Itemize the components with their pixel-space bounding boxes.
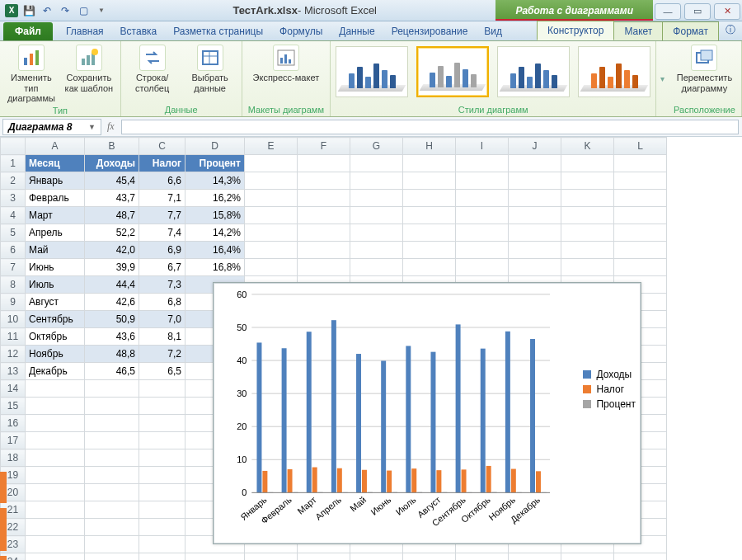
- data-cell[interactable]: 42,6: [85, 294, 139, 311]
- minimize-button[interactable]: —: [655, 3, 681, 20]
- row-header[interactable]: 9: [1, 294, 26, 311]
- save-icon[interactable]: 💾: [21, 3, 36, 18]
- tab-insert[interactable]: Вставка: [112, 22, 166, 40]
- data-cell[interactable]: 6,7: [139, 259, 186, 276]
- row-header[interactable]: 13: [1, 363, 26, 380]
- row-header[interactable]: 6: [1, 242, 26, 259]
- row-header[interactable]: 11: [1, 328, 26, 346]
- row-header[interactable]: 18: [1, 449, 26, 467]
- row-header[interactable]: 14: [1, 380, 26, 398]
- data-cell[interactable]: 16,4%: [186, 242, 245, 259]
- row-header[interactable]: 4: [1, 207, 26, 224]
- data-cell[interactable]: 42,0: [85, 242, 139, 259]
- row-header[interactable]: 10: [1, 311, 26, 328]
- data-cell[interactable]: 43,6: [85, 328, 139, 346]
- name-box[interactable]: Диаграмма 8▼: [2, 119, 101, 135]
- table-header-cell[interactable]: Доходы: [85, 155, 139, 172]
- column-header[interactable]: F: [298, 138, 350, 155]
- data-cell[interactable]: Февраль: [26, 190, 85, 207]
- tab-chart-format[interactable]: Формат: [662, 21, 719, 40]
- row-header[interactable]: 17: [1, 432, 26, 449]
- chevron-down-icon[interactable]: ▼: [88, 123, 96, 131]
- data-cell[interactable]: 52,2: [85, 224, 139, 242]
- tab-file[interactable]: Файл: [3, 22, 53, 40]
- data-cell[interactable]: 7,4: [139, 224, 186, 242]
- data-cell[interactable]: Ноябрь: [26, 346, 85, 363]
- column-header[interactable]: C: [139, 138, 186, 155]
- data-cell[interactable]: 45,4: [85, 172, 139, 190]
- chart-style-thumb[interactable]: [578, 46, 650, 97]
- chart-style-thumb[interactable]: [497, 46, 570, 97]
- data-cell[interactable]: 7,7: [139, 207, 186, 224]
- data-cell[interactable]: 48,7: [85, 207, 139, 224]
- data-cell[interactable]: Май: [26, 242, 85, 259]
- undo-icon[interactable]: ↶: [40, 3, 54, 18]
- row-header[interactable]: 16: [1, 415, 26, 432]
- tab-formulas[interactable]: Формулы: [271, 22, 331, 40]
- row-header[interactable]: 12: [1, 346, 26, 363]
- data-cell[interactable]: 6,9: [139, 242, 186, 259]
- data-cell[interactable]: 14,3%: [186, 172, 245, 190]
- tab-page-layout[interactable]: Разметка страницы: [165, 22, 271, 40]
- qat-dropdown-icon[interactable]: ▼: [94, 3, 109, 18]
- data-cell[interactable]: Апрель: [26, 224, 85, 242]
- express-layout-button[interactable]: Экспресс-макет: [249, 45, 323, 83]
- data-cell[interactable]: 8,1: [139, 328, 186, 346]
- row-header[interactable]: 8: [1, 276, 26, 294]
- data-cell[interactable]: Октябрь: [26, 328, 85, 346]
- data-cell[interactable]: 50,9: [85, 311, 139, 328]
- data-cell[interactable]: Январь: [26, 172, 85, 190]
- switch-row-column-button[interactable]: Строка/столбец: [126, 45, 179, 93]
- column-header[interactable]: G: [350, 138, 403, 155]
- data-cell[interactable]: 48,8: [85, 346, 139, 363]
- select-data-button[interactable]: Выбрать данные: [184, 45, 237, 93]
- row-header[interactable]: 15: [1, 398, 26, 415]
- data-cell[interactable]: 7,3: [139, 276, 186, 294]
- data-cell[interactable]: 16,2%: [186, 190, 245, 207]
- data-cell[interactable]: 44,4: [85, 276, 139, 294]
- tab-chart-layout[interactable]: Макет: [613, 21, 663, 40]
- redo-icon[interactable]: ↷: [58, 3, 73, 18]
- data-cell[interactable]: Декабрь: [26, 363, 85, 380]
- column-header[interactable]: J: [509, 138, 561, 155]
- save-as-template-button[interactable]: Сохранить как шаблон: [63, 45, 115, 93]
- select-all-corner[interactable]: [1, 138, 26, 155]
- data-cell[interactable]: 7,1: [139, 190, 186, 207]
- data-cell[interactable]: Март: [26, 207, 85, 224]
- row-header[interactable]: 7: [1, 259, 26, 276]
- data-cell[interactable]: 7,0: [139, 311, 186, 328]
- column-header[interactable]: H: [403, 138, 456, 155]
- new-icon[interactable]: ▢: [76, 3, 91, 18]
- tab-home[interactable]: Главная: [58, 22, 112, 40]
- data-cell[interactable]: Июль: [26, 276, 85, 294]
- tab-data[interactable]: Данные: [331, 22, 383, 40]
- column-header[interactable]: L: [614, 138, 667, 155]
- data-cell[interactable]: Август: [26, 294, 85, 311]
- data-cell[interactable]: 6,6: [139, 172, 186, 190]
- chart-style-thumb[interactable]: [336, 46, 408, 97]
- table-header-cell[interactable]: Процент: [186, 155, 245, 172]
- data-cell[interactable]: 46,5: [85, 363, 139, 380]
- maximize-button[interactable]: ▭: [684, 3, 711, 20]
- column-header[interactable]: K: [561, 138, 614, 155]
- change-chart-type-button[interactable]: Изменить тип диаграммы: [5, 45, 58, 104]
- formula-input[interactable]: [121, 120, 739, 134]
- column-header[interactable]: I: [456, 138, 509, 155]
- data-cell[interactable]: Сентябрь: [26, 311, 85, 328]
- data-cell[interactable]: 6,5: [139, 363, 186, 380]
- data-cell[interactable]: 15,8%: [186, 207, 245, 224]
- data-cell[interactable]: 6,8: [139, 294, 186, 311]
- row-header[interactable]: 2: [1, 172, 26, 190]
- table-header-cell[interactable]: Налог: [139, 155, 186, 172]
- data-cell[interactable]: 43,7: [85, 190, 139, 207]
- column-header[interactable]: D: [186, 138, 245, 155]
- column-header[interactable]: A: [26, 138, 85, 155]
- tab-chart-design[interactable]: Конструктор: [537, 21, 614, 40]
- column-header[interactable]: B: [85, 138, 139, 155]
- data-cell[interactable]: Июнь: [26, 259, 85, 276]
- row-header[interactable]: 5: [1, 224, 26, 242]
- data-cell[interactable]: 14,2%: [186, 224, 245, 242]
- row-header[interactable]: 3: [1, 190, 26, 207]
- help-icon[interactable]: ⓘ: [719, 20, 742, 40]
- move-chart-button[interactable]: Переместить диаграмму: [671, 45, 737, 93]
